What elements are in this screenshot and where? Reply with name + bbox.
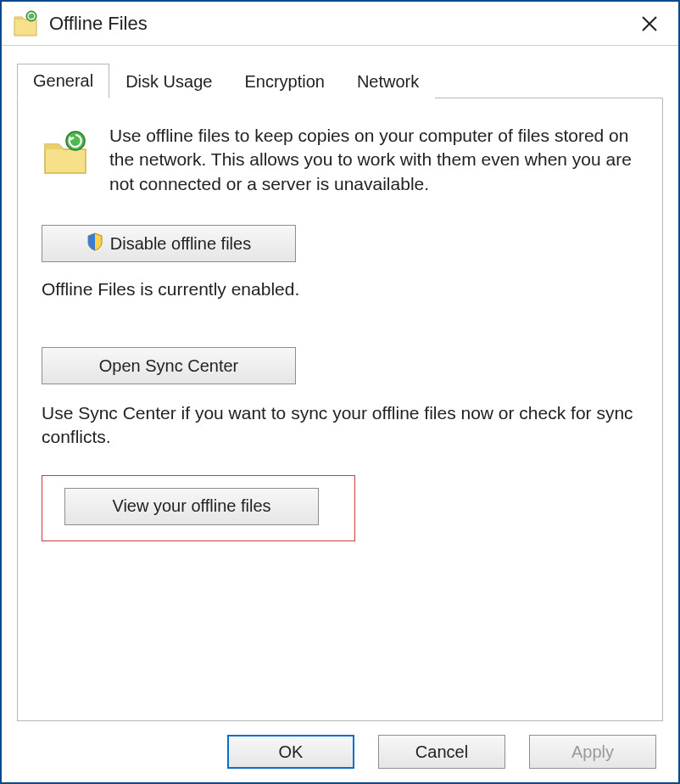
content-area: General Disk Usage Encryption Network Us… [2,46,678,721]
window-title: Offline Files [49,13,633,35]
open-sync-button-label: Open Sync Center [99,356,239,376]
shield-icon [86,232,103,255]
disable-offline-files-button[interactable]: Disable offline files [42,225,296,262]
offline-files-dialog: Offline Files General Disk Usage Encrypt… [0,0,680,784]
open-sync-center-button[interactable]: Open Sync Center [42,347,296,384]
intro-row: Use offline files to keep copies on your… [42,124,638,196]
dialog-footer: OK Cancel Apply [2,721,678,782]
cancel-button[interactable]: Cancel [378,735,505,769]
offline-files-icon [14,10,37,37]
view-button-label: View your offline files [112,496,270,516]
tab-network[interactable]: Network [341,64,435,98]
tab-encryption[interactable]: Encryption [228,64,341,98]
view-offline-highlight: View your offline files [42,475,355,541]
tab-disk-usage[interactable]: Disk Usage [109,64,228,98]
view-offline-files-button[interactable]: View your offline files [64,488,319,525]
tab-bar: General Disk Usage Encryption Network [17,63,663,98]
apply-button: Apply [529,735,656,769]
tab-general[interactable]: General [17,64,109,98]
close-button[interactable] [633,7,666,41]
tab-panel-general: Use offline files to keep copies on your… [17,98,663,721]
intro-text: Use offline files to keep copies on your… [109,124,638,196]
offline-status-text: Offline Files is currently enabled. [42,279,638,300]
disable-button-label: Disable offline files [110,234,251,254]
titlebar: Offline Files [2,2,678,46]
folder-sync-icon [42,129,89,176]
ok-button[interactable]: OK [227,735,354,769]
sync-description: Use Sync Center if you want to sync your… [42,401,638,450]
